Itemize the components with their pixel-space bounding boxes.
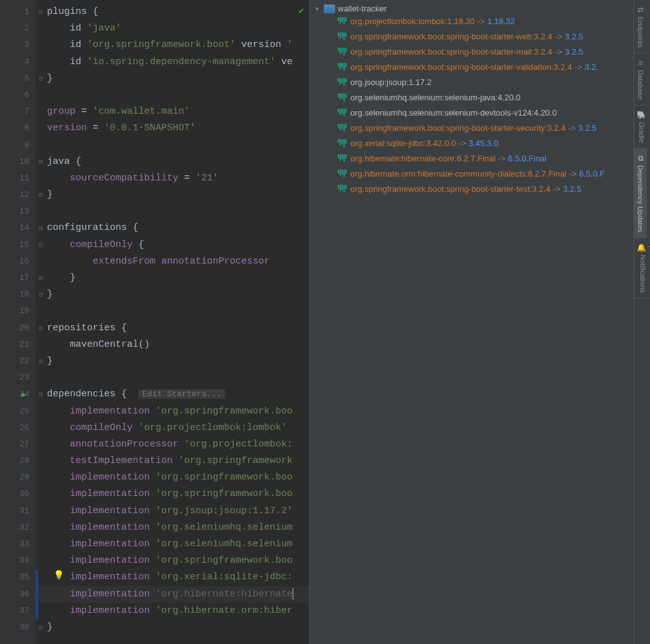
- fold-marker[interactable]: [36, 370, 46, 386]
- line-number[interactable]: 25: [0, 403, 36, 420]
- code-line[interactable]: repositories {: [47, 320, 309, 337]
- line-number[interactable]: 4: [0, 54, 36, 70]
- code-line[interactable]: implementation 'org.hibernate.orm:hiber: [47, 603, 309, 619]
- fold-marker[interactable]: ⊟: [36, 154, 46, 170]
- line-number[interactable]: 24: [0, 386, 36, 403]
- fold-marker[interactable]: [36, 20, 46, 37]
- fold-marker[interactable]: ⊟: [36, 320, 46, 337]
- fold-marker[interactable]: ⊟: [36, 4, 46, 20]
- fold-marker[interactable]: [36, 420, 46, 436]
- line-number[interactable]: 14: [0, 220, 36, 236]
- fold-marker[interactable]: ⊟: [36, 353, 46, 370]
- line-number[interactable]: 18: [0, 286, 36, 303]
- code-line[interactable]: plugins {: [47, 4, 309, 20]
- line-number[interactable]: 7: [0, 104, 36, 120]
- fold-marker[interactable]: [36, 120, 46, 137]
- toolwindow-endpoints[interactable]: ⇄Endpoints: [634, 0, 647, 53]
- code-line[interactable]: extendsFrom annotationProcessor: [47, 253, 309, 270]
- line-number[interactable]: 37: [0, 603, 36, 619]
- fold-marker[interactable]: [36, 486, 46, 502]
- code-line[interactable]: [47, 303, 309, 319]
- line-number[interactable]: 22: [0, 353, 36, 370]
- code-line[interactable]: dependencies { Edit Starters...: [47, 386, 309, 403]
- line-number[interactable]: 21: [0, 337, 36, 353]
- dependency-row[interactable]: org.hibernate.orm:hibernate-community-di…: [312, 166, 631, 181]
- line-number[interactable]: 5: [0, 70, 36, 87]
- fold-marker[interactable]: [36, 536, 46, 553]
- fold-marker[interactable]: [36, 203, 46, 220]
- code-area[interactable]: plugins { id 'java' id 'org.springframew…: [47, 4, 309, 636]
- line-number[interactable]: 34: [0, 553, 36, 569]
- fold-marker[interactable]: [36, 403, 46, 420]
- toolwindow-database[interactable]: ≡Database: [634, 53, 647, 105]
- dependency-row[interactable]: org.springframework.boot:spring-boot-sta…: [312, 44, 631, 59]
- code-line[interactable]: id 'org.springframework.boot' version ': [47, 37, 309, 53]
- code-line[interactable]: compileOnly {: [47, 237, 309, 253]
- code-line[interactable]: sourceCompatibility = '21': [47, 170, 309, 187]
- line-number[interactable]: 9: [0, 137, 36, 154]
- fold-marker[interactable]: ⊟: [36, 237, 46, 253]
- fold-marker[interactable]: [36, 453, 46, 469]
- line-number[interactable]: 19: [0, 303, 36, 319]
- code-line[interactable]: version = '0.0.1-SNAPSHOT': [47, 120, 309, 137]
- line-number[interactable]: 1: [0, 4, 36, 20]
- fold-marker[interactable]: ⊟: [36, 619, 46, 636]
- fold-marker[interactable]: ⊟: [36, 70, 46, 87]
- dependency-row[interactable]: org.hibernate:hibernate-core:6.2.7.Final…: [312, 151, 631, 166]
- fold-marker[interactable]: [36, 253, 46, 270]
- line-number[interactable]: 31: [0, 503, 36, 520]
- line-number-gutter[interactable]: 1234567891011121314151617181920212223242…: [0, 0, 36, 644]
- code-line[interactable]: implementation 'org.hibernate:hibernate: [47, 586, 309, 603]
- code-line[interactable]: }: [47, 286, 309, 303]
- code-line[interactable]: implementation 'org.springframework.boo: [47, 403, 309, 420]
- fold-marker[interactable]: [36, 137, 46, 154]
- code-editor[interactable]: 1234567891011121314151617181920212223242…: [0, 0, 309, 644]
- fold-marker[interactable]: [36, 436, 46, 453]
- right-tool-window-bar[interactable]: ⇄Endpoints≡Database🐘Gradle⧉Dependency Up…: [633, 0, 650, 644]
- code-line[interactable]: }: [47, 619, 309, 636]
- line-number[interactable]: 23: [0, 370, 36, 386]
- fold-marker[interactable]: ⊟: [36, 286, 46, 303]
- fold-marker[interactable]: [36, 520, 46, 536]
- code-line[interactable]: }: [47, 187, 309, 203]
- fold-marker[interactable]: ⊟: [36, 187, 46, 203]
- dependency-row[interactable]: org.springframework.boot:spring-boot-sta…: [312, 181, 631, 196]
- fold-marker[interactable]: ⊟: [36, 386, 46, 403]
- toolwindow-dependency-updates[interactable]: ⧉Dependency Updates: [634, 149, 647, 238]
- code-line[interactable]: configurations {: [47, 220, 309, 236]
- line-number[interactable]: 33: [0, 536, 36, 553]
- fold-marker[interactable]: [36, 54, 46, 70]
- code-line[interactable]: implementation 'org.springframework.boo: [47, 553, 309, 569]
- fold-marker[interactable]: [36, 553, 46, 569]
- dependency-row[interactable]: org.xerial:sqlite-jdbc:3.42.0.0 -> 3.45.…: [312, 135, 631, 151]
- dependency-updates-panel[interactable]: ▾ wallet-tracker org.projectlombok:lombo…: [309, 0, 633, 644]
- fold-marker[interactable]: [36, 104, 46, 120]
- code-line[interactable]: annotationProcessor 'org.projectlombok:: [47, 436, 309, 453]
- code-line[interactable]: implementation 'org.xerial:sqlite-jdbc:: [47, 569, 309, 586]
- code-line[interactable]: mavenCentral(): [47, 337, 309, 353]
- fold-marker[interactable]: [36, 603, 46, 619]
- line-number[interactable]: 36: [0, 586, 36, 603]
- code-line[interactable]: compileOnly 'org.projectlombok:lombok': [47, 420, 309, 436]
- line-number[interactable]: 12: [0, 187, 36, 203]
- inlay-hint[interactable]: Edit Starters...: [138, 389, 225, 399]
- run-gutter-icon[interactable]: ▶: [22, 390, 26, 399]
- project-tree-root[interactable]: ▾ wallet-tracker: [312, 4, 631, 13]
- line-number[interactable]: 6: [0, 87, 36, 104]
- line-number[interactable]: 8: [0, 120, 36, 137]
- chevron-down-icon[interactable]: ▾: [312, 5, 321, 12]
- code-line[interactable]: implementation 'org.springframework.boo: [47, 469, 309, 486]
- line-number[interactable]: 3: [0, 37, 36, 53]
- dependency-row[interactable]: org.springframework.boot:spring-boot-sta…: [312, 59, 631, 74]
- code-line[interactable]: implementation 'org.seleniumhq.selenium: [47, 520, 309, 536]
- fold-marker[interactable]: [36, 87, 46, 104]
- fold-marker[interactable]: [36, 569, 46, 586]
- dependency-row[interactable]: org.springframework.boot:spring-boot-sta…: [312, 29, 631, 44]
- line-number[interactable]: 32: [0, 520, 36, 536]
- code-line[interactable]: [47, 370, 309, 386]
- line-number[interactable]: 17: [0, 270, 36, 286]
- code-line[interactable]: implementation 'org.springframework.boo: [47, 486, 309, 502]
- code-line[interactable]: group = 'com.wallet.main': [47, 104, 309, 120]
- dependency-row[interactable]: org.seleniumhq.selenium:selenium-devtool…: [312, 105, 631, 120]
- fold-marker[interactable]: [36, 37, 46, 53]
